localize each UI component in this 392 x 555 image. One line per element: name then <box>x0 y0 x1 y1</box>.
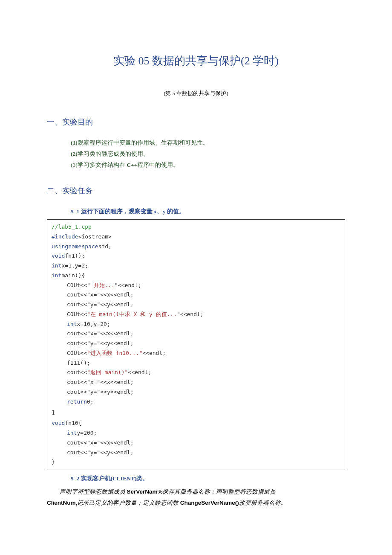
code-line: int <box>52 262 61 269</box>
code-line: COUt<< <box>67 311 87 317</box>
code-line: cout<<"x="<<x<<endl; <box>52 378 134 387</box>
objective-2: (2)学习类的静态成员的使用。 <box>71 149 345 159</box>
code-line: } <box>52 459 55 465</box>
code-line: //lab5_1.cpp <box>52 224 92 230</box>
task-5-1-title: 5_1 运行下面的程序，观察变量 x、y 的值。 <box>71 206 345 217</box>
code-line: #include <box>52 233 78 240</box>
code-line: void <box>52 420 65 426</box>
document-subtitle: (第 5 章数据的共享与保护) <box>47 88 345 98</box>
document-title: 实验 05 数据的共享与保护(2 学时) <box>47 51 345 71</box>
section-2-heading: 二、实验任务 <box>47 184 345 198</box>
task-5-2-title: 5_2 实现客户机(CLIENT)类。 <box>71 474 345 484</box>
code-line: int <box>67 321 77 327</box>
code-line: cout<<"x="<<x<<endl; <box>52 329 134 339</box>
objective-1: (1)观察程序运行中变量的作用域、生存期和可见性。 <box>71 138 345 148</box>
code-line: COUt<< <box>67 350 87 356</box>
objective-3: (3)学习多文件结构在 C++程序中的使用。 <box>71 160 345 170</box>
code-line: COUt<<" <box>67 282 90 288</box>
code-line: usingnamespace <box>52 243 98 250</box>
code-line: return <box>67 398 87 405</box>
code-line: int <box>67 430 77 436</box>
code-line: cout<<"x="<<x<<endl; <box>52 438 134 448</box>
code-line: f111(); <box>52 358 90 368</box>
code-line: cout<<"y="<<y<<endl; <box>52 387 134 397</box>
code-line: cout<< <box>67 369 87 375</box>
code-line: int <box>52 272 61 279</box>
code-line: cout<<"y="<<y<<endl; <box>52 300 134 310</box>
objectives-list: (1)观察程序运行中变量的作用域、生存期和可见性。 (2)学习类的静态成员的使用… <box>71 138 345 171</box>
code-line: void <box>52 253 65 259</box>
task-5-2-description: 声明字符型静态数据成员 SerVerNam%保存其服务器名称；声明整型符态数据成… <box>60 486 345 508</box>
section-1-heading: 一、实验目的 <box>47 115 345 129</box>
code-line: cout<<"x="<<x<<endl; <box>52 290 134 300</box>
code-line: cout<<"y="<<y<<endl; <box>52 448 134 458</box>
code-line: 1 <box>52 409 55 416</box>
code-line: cout<<"y="<<y<<endl; <box>52 339 134 349</box>
code-block: //lab5_1.cpp #include<iostream> usingnam… <box>47 219 345 470</box>
